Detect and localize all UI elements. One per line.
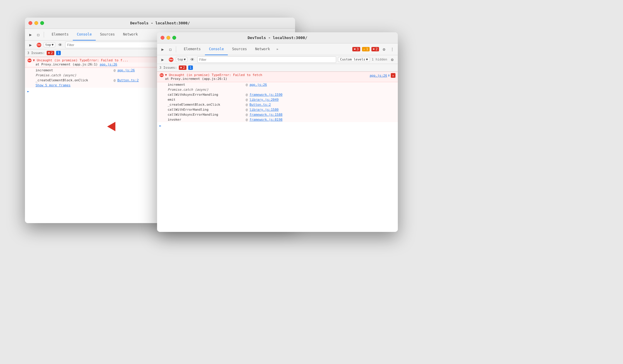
console-settings-icon[interactable]: ⚙ <box>389 56 395 63</box>
func-7-front: invoker <box>168 118 244 122</box>
dropdown-arrow-back: ▼ <box>52 43 54 47</box>
tab-console-back[interactable]: Console <box>73 29 96 41</box>
stack-line-6-front: callWithAsyncErrorHandling @ framework.j… <box>157 112 398 117</box>
more-tabs-icon[interactable]: » <box>274 46 281 53</box>
dropdown-arrow-front: ▼ <box>184 58 186 61</box>
app-link-1-back[interactable]: app.js:26 <box>100 63 117 66</box>
download-icon-front[interactable]: ⬇ <box>388 73 390 78</box>
func-0-back: increment <box>36 68 112 72</box>
prompt-caret-back: ► <box>27 90 29 93</box>
maximize-button-front[interactable] <box>172 36 176 40</box>
at-7-front: @ <box>246 118 248 122</box>
tab-elements-back[interactable]: Elements <box>48 29 73 41</box>
devtools-body-front: ▶ ◻ Elements Console Sources Network » ✖… <box>157 43 398 232</box>
stack-line-5-front: callWithErrorHandling @ library.js:1580 <box>157 107 398 112</box>
play-icon-front[interactable]: ▶ <box>159 56 166 63</box>
error2-count-front: 2 <box>376 47 378 51</box>
context-label-back: top <box>45 43 51 47</box>
window-title-front: DevTools - localhost:3000/ <box>247 36 307 40</box>
minimize-button-back[interactable] <box>34 21 38 25</box>
close-error-icon-front[interactable]: ✕ <box>391 73 395 78</box>
minimize-button-front[interactable] <box>166 36 170 40</box>
warning-count-front: 1 <box>366 47 368 51</box>
close-button-front[interactable] <box>161 36 164 40</box>
error-count-back: 2 <box>51 51 53 55</box>
eye-icon-back[interactable]: 👁 <box>57 42 63 48</box>
custom-levels-label: Custom levels <box>340 58 365 61</box>
context-dropdown-front[interactable]: top ▼ <box>176 57 187 62</box>
at-4-front: @ <box>246 103 248 107</box>
link-0-back[interactable]: app.js:26 <box>117 68 135 72</box>
stack-line-2-front: callWithAsyncErrorHandling @ framework.j… <box>157 92 398 97</box>
at-2-front: @ <box>246 93 248 97</box>
at-2-back: @ <box>114 78 116 82</box>
error-circle-icon-front: ⛔ <box>159 73 164 77</box>
inspector-icon-front[interactable]: ◻ <box>167 46 174 53</box>
stack-line-4-front: _createElementBlock.onClick @ Button.ts:… <box>157 102 398 107</box>
context-dropdown-back[interactable]: top ▼ <box>44 42 55 47</box>
eye-icon-front[interactable]: 👁 <box>189 56 196 63</box>
issues-label-front: 3 Issues: <box>159 66 177 70</box>
tab-sources-front[interactable]: Sources <box>228 43 251 55</box>
stack-line-7-front: invoker @ framework.js:8198 <box>157 117 398 122</box>
context-label-front: top <box>177 58 183 61</box>
link-3-front[interactable]: library.js:2049 <box>250 98 279 102</box>
func-1-front: Promise.catch (async) <box>168 88 244 92</box>
sep1 <box>44 32 44 38</box>
toolbar-right-front: ✖ 3 ⚠ 1 ✖ 2 ⚙ ⋮ <box>352 46 395 53</box>
pointer-icon[interactable]: ▶ <box>27 31 34 38</box>
error-badge-issues-front[interactable]: ✖ 2 <box>179 65 186 70</box>
link-4-front[interactable]: Button.ts:2 <box>250 103 271 107</box>
link-6-front[interactable]: framework.js:1588 <box>250 113 283 117</box>
more-icon-front[interactable]: ⋮ <box>389 46 395 53</box>
tab-network-front[interactable]: Network <box>251 43 274 55</box>
tab-sources-back[interactable]: Sources <box>96 29 119 41</box>
app-link-front[interactable]: app.js:26 <box>370 74 387 77</box>
at-6-front: @ <box>246 113 248 117</box>
block-icon-front[interactable]: ⛔ <box>168 56 174 63</box>
error-x-icon: ✖ <box>354 47 356 51</box>
func-6-front: callWithAsyncErrorHandling <box>168 113 244 117</box>
info-badge-back[interactable]: 1 <box>56 51 61 55</box>
devtools-window-front: DevTools - localhost:3000/ ▶ ◻ Elements … <box>157 32 398 232</box>
error2-badge-front[interactable]: ✖ 2 <box>371 47 379 51</box>
tab-elements-front[interactable]: Elements <box>180 43 205 55</box>
gear-icon-front[interactable]: ⚙ <box>381 46 387 53</box>
maximize-button-back[interactable] <box>40 21 44 25</box>
at-3-front: @ <box>246 98 248 102</box>
error-badge-back[interactable]: ✖ 2 <box>47 51 54 55</box>
link-0-front[interactable]: app.js:26 <box>250 83 267 87</box>
tab-console-front[interactable]: Console <box>205 43 228 55</box>
show-more-back[interactable]: Show 5 more frames <box>36 83 70 87</box>
func-2-front: callWithAsyncErrorHandling <box>168 93 244 97</box>
filter-input-front[interactable] <box>197 56 336 63</box>
main-tabs-front: Elements Console Sources Network » <box>180 43 281 55</box>
issues-label-back: 3 Issues: <box>27 51 45 55</box>
link-7-front[interactable]: framework.js:8198 <box>250 118 283 122</box>
play-icon-back[interactable]: ▶ <box>27 42 34 48</box>
link-2-back[interactable]: Button.ts:2 <box>117 78 139 82</box>
error-count-front: 3 <box>357 47 359 51</box>
stack-line-0-front: increment @ app.js:26 <box>157 82 398 87</box>
custom-levels-button[interactable]: Custom levels ▼ <box>338 57 370 62</box>
sep1-front <box>176 46 176 52</box>
link-5-front[interactable]: library.js:1580 <box>250 108 279 112</box>
link-2-front[interactable]: framework.js:1590 <box>250 93 283 97</box>
warning-badge-front[interactable]: ⚠ 1 <box>362 47 370 51</box>
prompt-caret-front: ► <box>159 124 161 128</box>
error-actions-front: app.js:26 ⬇ ✕ <box>370 73 395 78</box>
close-button-back[interactable] <box>28 21 32 25</box>
block-icon-back[interactable]: ⛔ <box>36 42 42 48</box>
error-icon-back: ✖ <box>48 51 50 55</box>
console-prompt-front[interactable]: ► <box>157 122 398 129</box>
func-4-front: _createElementBlock.onClick <box>168 103 244 107</box>
inspector-icon[interactable]: ◻ <box>35 31 41 38</box>
tab-network-back[interactable]: Network <box>119 29 142 41</box>
error-badge-front[interactable]: ✖ 3 <box>352 47 360 51</box>
pointer-icon-front[interactable]: ▶ <box>159 46 166 53</box>
at-0-front: @ <box>246 83 248 87</box>
stack-line-3-front: emit @ library.js:2049 <box>157 97 398 102</box>
info-badge-issues-front[interactable]: 1 <box>188 65 193 70</box>
stack-line-1-front: Promise.catch (async) <box>157 87 398 92</box>
hidden-count: 1 hidden <box>372 58 387 61</box>
